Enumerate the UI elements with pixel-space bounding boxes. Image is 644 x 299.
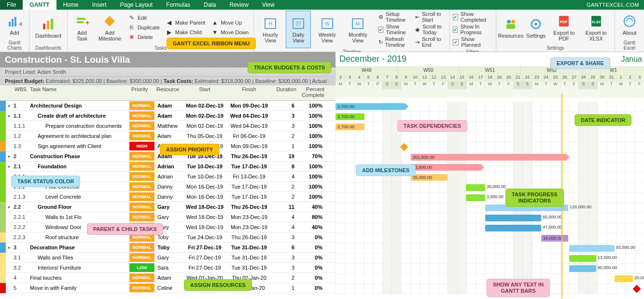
duration-cell[interactable]: 2 xyxy=(271,194,298,200)
task-name-cell[interactable]: Ground Floor xyxy=(28,204,129,210)
dashboard-button[interactable]: Dashboard xyxy=(32,11,64,44)
resource-cell[interactable]: Sara xyxy=(154,265,182,271)
duration-cell[interactable]: 4 xyxy=(271,214,298,220)
percent-cell[interactable]: 0% xyxy=(298,234,326,240)
finish-date-cell[interactable]: Fri 13-Dec-19 xyxy=(227,174,271,179)
task-name-cell[interactable]: Level Concrete xyxy=(28,194,129,200)
menu-review[interactable]: Review xyxy=(223,0,255,10)
percent-cell[interactable]: 100% xyxy=(298,194,326,200)
start-date-cell[interactable]: Wed 18-Dec-19 xyxy=(182,224,227,230)
finish-date-cell[interactable]: Tue 17-Dec-19 xyxy=(227,163,271,169)
finish-date-cell[interactable]: Mon 23-Dec-19 xyxy=(227,224,271,230)
duration-cell[interactable]: 8 xyxy=(271,163,298,169)
export-pdf-button[interactable]: PDFExport to PDF xyxy=(549,11,578,44)
priority-cell[interactable]: NORMAL xyxy=(129,111,154,120)
task-name-cell[interactable]: Foundation xyxy=(28,163,129,169)
duration-cell[interactable]: 6 xyxy=(271,103,298,109)
task-name-cell[interactable]: Agreement to architectural plan xyxy=(28,133,129,139)
start-date-cell[interactable]: Tue 10-Dec-19 xyxy=(182,163,227,169)
duplicate-button[interactable]: ⎘Duplicate xyxy=(126,23,162,32)
menu-insert[interactable]: Insert xyxy=(85,0,113,10)
start-date-cell[interactable]: Thu 05-Dec-19 xyxy=(182,133,227,139)
percent-cell[interactable]: 100% xyxy=(298,163,326,169)
resource-cell[interactable]: Adrian xyxy=(154,163,182,169)
resource-cell[interactable]: Danny xyxy=(154,194,182,200)
task-name-cell[interactable]: Create draft of architecture xyxy=(28,113,129,119)
task-name-cell[interactable]: Final touches xyxy=(28,275,129,281)
task-row[interactable]: ▸1Architectural DesignNORMALAdamMon 02-D… xyxy=(0,101,336,111)
percent-cell[interactable]: 0% xyxy=(298,265,326,271)
percent-cell[interactable]: 0% xyxy=(298,245,326,250)
start-date-cell[interactable]: Mon 16-Dec-19 xyxy=(182,194,227,200)
priority-cell[interactable]: NORMAL xyxy=(129,203,154,211)
percent-cell[interactable]: 100% xyxy=(298,133,326,139)
menu-home[interactable]: Home xyxy=(56,0,85,10)
duration-cell[interactable]: 3 xyxy=(271,255,298,260)
start-date-cell[interactable]: Fri 27-Dec-19 xyxy=(182,255,227,260)
hourly-view-button[interactable]: HHourly View xyxy=(257,11,284,48)
resource-cell[interactable]: Danny xyxy=(154,184,182,190)
duration-cell[interactable]: 4 xyxy=(271,224,298,230)
finish-date-cell[interactable]: Thu 26-Dec-19 xyxy=(227,234,271,240)
start-date-cell[interactable]: Fri 27-Dec-19 xyxy=(182,245,227,250)
duration-cell[interactable]: 1 xyxy=(271,285,298,291)
finish-date-cell[interactable]: Tue 31-Dec-19 xyxy=(227,265,271,271)
show-planned-checkbox[interactable]: Show Planned xyxy=(453,36,493,48)
resource-cell[interactable]: Gary xyxy=(154,214,182,220)
move-up-button[interactable]: ▲Move Up xyxy=(209,18,251,27)
finish-date-cell[interactable]: Thu 26-Dec-19 xyxy=(227,153,271,159)
scroll-end-button[interactable]: ⇥Scroll to End xyxy=(415,36,447,48)
gantt-bar[interactable] xyxy=(466,184,485,191)
priority-cell[interactable]: NORMAL xyxy=(129,253,154,262)
percent-cell[interactable]: 80% xyxy=(298,214,326,220)
percent-cell[interactable]: 0% xyxy=(298,275,326,281)
task-name-cell[interactable]: Decoration Phase xyxy=(28,245,129,250)
expand-toggle[interactable]: ▸ xyxy=(6,164,13,169)
resource-cell[interactable]: Gary xyxy=(154,255,182,260)
gantt-bar[interactable]: 73,800.00 xyxy=(411,164,481,171)
percent-cell[interactable]: 0% xyxy=(298,255,326,260)
resource-cell[interactable]: Celine xyxy=(154,285,182,291)
resource-cell[interactable]: Adam xyxy=(154,133,182,139)
task-row[interactable]: ▸2.2Ground FloorNORMALGaryWed 18-Dec-19T… xyxy=(0,202,336,212)
start-date-cell[interactable]: Mon 02-Dec-19 xyxy=(182,113,227,119)
priority-cell[interactable]: NORMAL xyxy=(129,122,154,130)
menu-pagelayout[interactable]: Page Layout xyxy=(113,0,159,10)
start-date-cell[interactable]: Mon 02-Dec-19 xyxy=(182,123,227,129)
monthly-view-button[interactable]: MMonthly View xyxy=(343,11,373,48)
make-child-button[interactable]: ▶Make Child xyxy=(164,27,207,37)
expand-toggle[interactable]: ▸ xyxy=(6,245,13,250)
gantt-bar[interactable]: 2,700.00 xyxy=(336,123,364,130)
resource-cell[interactable]: Adrian xyxy=(154,174,182,179)
show-inprogress-checkbox[interactable]: Show In Progress xyxy=(453,23,493,36)
menu-file[interactable]: File xyxy=(0,0,23,10)
start-date-cell[interactable]: Tue 10-Dec-19 xyxy=(182,174,227,179)
show-completed-checkbox[interactable]: Show Completed xyxy=(453,11,493,23)
priority-cell[interactable]: NORMAL xyxy=(129,182,154,191)
finish-date-cell[interactable]: Tue 17-Dec-19 xyxy=(227,194,271,200)
priority-cell[interactable]: NORMAL xyxy=(129,101,154,110)
gantt-bar[interactable] xyxy=(466,194,485,201)
finish-date-cell[interactable]: Wed 04-Dec-19 xyxy=(227,113,271,119)
priority-cell[interactable]: NORMAL xyxy=(129,152,154,161)
finish-date-cell[interactable]: Mon 23-Dec-19 xyxy=(227,214,271,220)
percent-cell[interactable]: 100% xyxy=(298,184,326,190)
percent-cell[interactable]: 100% xyxy=(298,174,326,179)
finish-date-cell[interactable]: Tue 31-Dec-19 xyxy=(227,255,271,260)
add-milestone-button[interactable]: Add Milestone xyxy=(96,11,124,44)
resource-cell[interactable]: Matthew xyxy=(154,123,182,129)
task-name-cell[interactable]: Sign agreement with Client xyxy=(28,143,129,149)
priority-cell[interactable]: NORMAL xyxy=(129,243,154,252)
gantt-bar[interactable] xyxy=(569,265,596,272)
finish-date-cell[interactable]: Tue 17-Dec-19 xyxy=(227,184,271,190)
finish-date-cell[interactable]: Tue 31-Dec-19 xyxy=(227,245,271,250)
priority-cell[interactable]: NORMAL xyxy=(129,284,154,292)
task-name-cell[interactable]: Roof structure xyxy=(28,234,129,240)
task-row[interactable]: ▸3Decoration PhaseNORMALTobyFri 27-Dec-1… xyxy=(0,243,336,253)
finish-date-cell[interactable]: Mon 09-Dec-19 xyxy=(227,143,271,149)
scroll-start-button[interactable]: ⇤Scroll to Start xyxy=(415,11,447,23)
task-row[interactable]: 2.2.2Windows/ DoorNORMALGaryWed 18-Dec-1… xyxy=(0,222,336,232)
task-row[interactable]: ▸1.1Create draft of architectureNORMALAd… xyxy=(0,111,336,121)
percent-cell[interactable]: 40% xyxy=(298,224,326,230)
move-down-button[interactable]: ▼Move Down xyxy=(209,27,251,37)
